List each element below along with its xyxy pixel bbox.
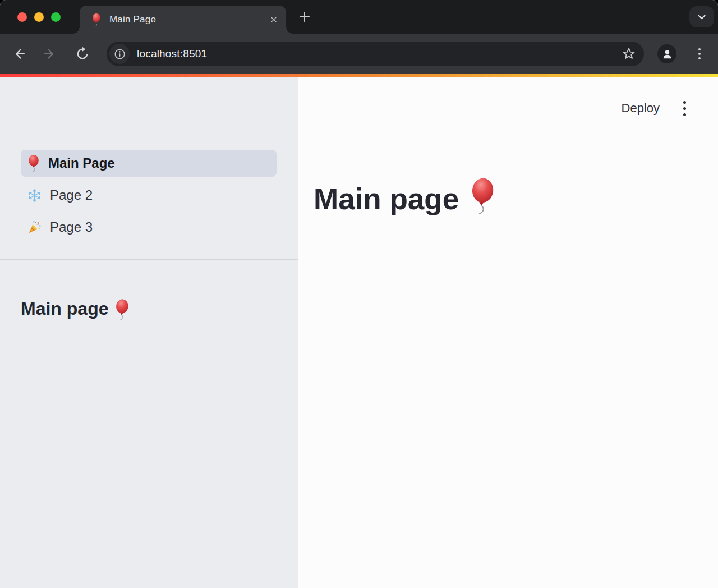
main-content: Deploy Main page (298, 77, 718, 588)
sidebar-divider (0, 259, 298, 260)
app-header: Deploy (622, 99, 688, 117)
page-title: Main page (314, 181, 495, 218)
snowflake-icon (27, 189, 42, 203)
chevron-down-icon (695, 10, 708, 24)
nav-item-label: Main Page (48, 155, 115, 171)
reload-button[interactable] (75, 46, 90, 62)
browser-window: Main Page (0, 0, 718, 588)
bookmark-star-icon[interactable] (622, 47, 636, 61)
sidebar-heading: Main page (21, 297, 130, 320)
site-info-button[interactable] (109, 44, 130, 64)
balloon-favicon-icon (91, 12, 102, 27)
tab-search-button[interactable] (689, 6, 714, 27)
traffic-light-close-button[interactable] (17, 12, 27, 22)
browser-menu-button[interactable] (695, 45, 704, 63)
info-icon (113, 48, 126, 61)
sidebar-item-page-2[interactable]: Page 2 (21, 182, 277, 209)
balloon-icon (27, 154, 40, 172)
deploy-button[interactable]: Deploy (622, 101, 660, 116)
sidebar-heading-text: Main page (21, 297, 108, 320)
browser-tab[interactable]: Main Page (80, 6, 286, 34)
profile-avatar-button[interactable] (657, 44, 676, 63)
sidebar: Main Page Page 2 Page 3 Main page (0, 77, 298, 588)
party-popper-icon (27, 220, 42, 235)
nav-item-label: Page 2 (50, 187, 93, 203)
tab-close-icon[interactable] (269, 15, 278, 24)
sidebar-item-main-page[interactable]: Main Page (21, 150, 277, 177)
tab-title: Main Page (109, 14, 156, 25)
tab-strip: Main Page (0, 0, 718, 34)
new-tab-button[interactable] (297, 10, 312, 24)
traffic-light-minimize-button[interactable] (34, 12, 44, 22)
browser-toolbar: localhost:8501 (0, 34, 718, 74)
app-menu-button[interactable] (681, 99, 688, 118)
url-text[interactable]: localhost:8501 (137, 48, 207, 60)
sidebar-nav: Main Page Page 2 Page 3 (0, 77, 298, 241)
streamlit-app: Main Page Page 2 Page 3 Main page Deploy (0, 77, 718, 588)
balloon-icon (114, 298, 131, 321)
forward-button[interactable] (42, 46, 58, 62)
back-button[interactable] (11, 46, 27, 62)
person-icon (661, 48, 673, 60)
nav-item-label: Page 3 (50, 219, 93, 235)
traffic-light-maximize-button[interactable] (51, 12, 61, 22)
address-bar[interactable]: localhost:8501 (107, 42, 644, 66)
balloon-icon (467, 177, 498, 217)
page-title-text: Main page (314, 181, 459, 218)
sidebar-item-page-3[interactable]: Page 3 (21, 214, 277, 241)
